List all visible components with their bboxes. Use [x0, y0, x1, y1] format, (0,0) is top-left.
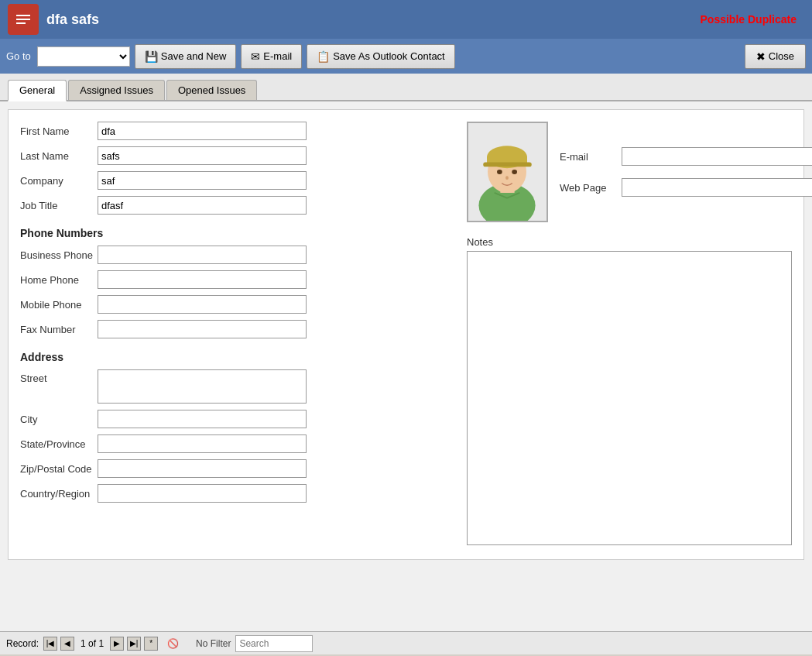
- fax-number-row: Fax Number: [20, 320, 451, 338]
- svg-point-12: [512, 170, 517, 174]
- state-row: State/Province: [20, 434, 451, 453]
- first-name-input[interactable]: [98, 122, 307, 140]
- email-input[interactable]: [622, 147, 812, 166]
- email-button[interactable]: ✉ E-mail: [241, 44, 302, 69]
- street-label: Street: [20, 373, 98, 384]
- phone-numbers-header: Phone Numbers: [20, 227, 451, 239]
- notes-textarea[interactable]: [467, 251, 792, 545]
- webpage-input[interactable]: [622, 178, 812, 197]
- business-phone-label: Business Phone: [20, 249, 98, 261]
- city-row: City: [20, 410, 451, 428]
- title-bar: dfa safs Possible Duplicate: [0, 0, 812, 39]
- first-name-row: First Name: [20, 122, 451, 140]
- company-input[interactable]: [98, 171, 307, 190]
- main-content: First Name Last Name Company Job Title P…: [0, 101, 812, 631]
- email-label: E-mail: [560, 151, 622, 163]
- status-bar: Record: |◀ ◀ 1 of 1 ▶ ▶| * 🚫 No Filter: [0, 631, 812, 654]
- svg-rect-10: [483, 162, 532, 167]
- company-label: Company: [20, 175, 98, 187]
- state-input[interactable]: [98, 434, 307, 453]
- avatar-area: [467, 122, 548, 228]
- tab-assigned-issues[interactable]: Assigned Issues: [68, 80, 165, 100]
- svg-rect-2: [16, 19, 30, 20]
- company-row: Company: [20, 171, 451, 190]
- svg-rect-1: [16, 15, 30, 16]
- email-row: E-mail: [560, 147, 812, 166]
- goto-label: Go to: [6, 50, 31, 62]
- form-area: First Name Last Name Company Job Title P…: [8, 109, 804, 560]
- street-row: Street: [20, 369, 451, 404]
- possible-duplicate-badge: Possible Duplicate: [701, 13, 797, 26]
- job-title-input[interactable]: [98, 196, 307, 215]
- webpage-row: Web Page: [560, 178, 812, 197]
- search-input[interactable]: [235, 635, 313, 652]
- app-icon: [8, 4, 39, 35]
- city-label: City: [20, 414, 98, 425]
- left-column: First Name Last Name Company Job Title P…: [20, 122, 451, 548]
- tab-bar: General Assigned Issues Opened Issues: [0, 74, 812, 101]
- fax-number-input[interactable]: [98, 320, 307, 338]
- notes-label: Notes: [467, 236, 792, 248]
- state-label: State/Province: [20, 438, 98, 450]
- last-name-label: Last Name: [20, 150, 98, 162]
- close-icon: ✖: [756, 50, 766, 63]
- record-navigation: |◀ ◀ 1 of 1 ▶ ▶| *: [43, 637, 158, 651]
- zip-row: Zip/Postal Code: [20, 459, 451, 478]
- business-phone-input[interactable]: [98, 246, 307, 264]
- top-right-section: E-mail Web Page: [467, 122, 792, 228]
- close-button[interactable]: ✖ Close: [745, 44, 806, 69]
- street-input[interactable]: [98, 369, 307, 404]
- country-row: Country/Region: [20, 484, 451, 503]
- svg-point-13: [505, 176, 509, 180]
- record-label: Record:: [6, 638, 39, 649]
- city-input[interactable]: [98, 410, 307, 428]
- address-header: Address: [20, 351, 451, 363]
- webpage-label: Web Page: [560, 182, 622, 194]
- business-phone-row: Business Phone: [20, 246, 451, 264]
- zip-input[interactable]: [98, 459, 307, 478]
- toolbar: Go to 💾 Save and New ✉ E-mail 📋 Save As …: [0, 39, 812, 74]
- save-new-icon: 💾: [145, 50, 158, 63]
- job-title-row: Job Title: [20, 196, 451, 215]
- first-name-label: First Name: [20, 125, 98, 137]
- app-title: dfa safs: [46, 12, 693, 28]
- no-filter-label: No Filter: [196, 638, 231, 649]
- home-phone-input[interactable]: [98, 270, 307, 289]
- fax-number-label: Fax Number: [20, 324, 98, 335]
- right-column: E-mail Web Page Notes: [467, 122, 792, 548]
- mobile-phone-label: Mobile Phone: [20, 299, 98, 311]
- country-input[interactable]: [98, 484, 307, 503]
- svg-point-11: [497, 170, 502, 174]
- avatar[interactable]: [467, 122, 548, 222]
- last-record-button[interactable]: ▶|: [127, 637, 141, 651]
- prev-record-button[interactable]: ◀: [60, 637, 74, 651]
- next-record-button[interactable]: ▶: [110, 637, 124, 651]
- mobile-phone-row: Mobile Phone: [20, 295, 451, 314]
- svg-rect-3: [16, 22, 26, 24]
- outlook-icon: 📋: [317, 50, 330, 63]
- zip-label: Zip/Postal Code: [20, 463, 98, 475]
- last-name-input[interactable]: [98, 146, 307, 165]
- mobile-phone-input[interactable]: [98, 295, 307, 314]
- email-icon: ✉: [251, 50, 260, 63]
- email-webpage-column: E-mail Web Page: [560, 122, 812, 228]
- new-record-button[interactable]: *: [144, 637, 158, 651]
- tab-opened-issues[interactable]: Opened Issues: [166, 80, 257, 100]
- home-phone-row: Home Phone: [20, 270, 451, 289]
- tab-general[interactable]: General: [8, 80, 67, 101]
- goto-select[interactable]: [37, 46, 130, 67]
- save-as-outlook-button[interactable]: 📋 Save As Outlook Contact: [307, 44, 455, 69]
- job-title-label: Job Title: [20, 200, 98, 211]
- country-label: Country/Region: [20, 488, 98, 500]
- record-info: 1 of 1: [81, 638, 104, 649]
- first-record-button[interactable]: |◀: [43, 637, 57, 651]
- save-and-new-button[interactable]: 💾 Save and New: [135, 44, 237, 69]
- last-name-row: Last Name: [20, 146, 451, 165]
- home-phone-label: Home Phone: [20, 274, 98, 286]
